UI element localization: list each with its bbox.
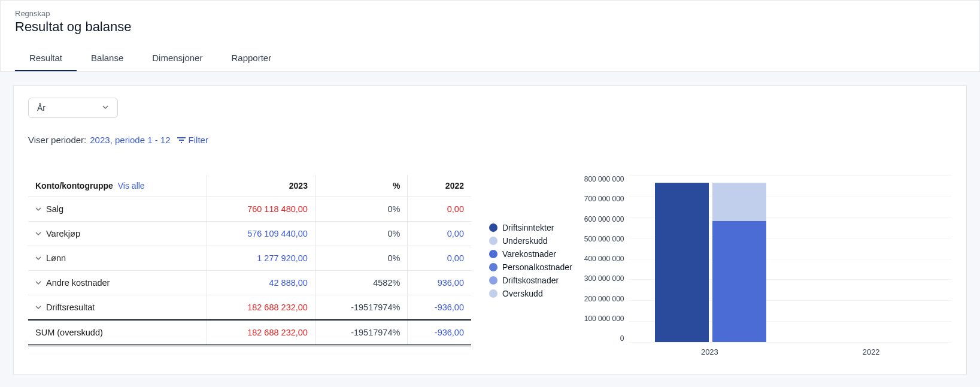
legend-item: Overskudd bbox=[489, 289, 572, 298]
legend-dot-icon bbox=[489, 223, 497, 232]
tab-dimensjoner[interactable]: Dimensjoner bbox=[138, 46, 217, 71]
show-all-link[interactable]: Vis alle bbox=[118, 181, 145, 191]
chart-wrap: DriftsinntekterUnderskuddVarekostnaderPe… bbox=[489, 175, 952, 356]
chart-y-axis: 800 000 000700 000 000600 000 000500 000… bbox=[584, 175, 629, 343]
y-tick-label: 100 000 000 bbox=[584, 315, 624, 323]
y-tick-label: 700 000 000 bbox=[584, 195, 624, 203]
content-card: År Viser perioder: 2023, periode 1 - 12 … bbox=[13, 85, 967, 375]
legend-item: Underskudd bbox=[489, 236, 572, 246]
chart-bar bbox=[655, 183, 709, 342]
row-label: Lønn bbox=[46, 253, 66, 263]
cell-2022: 0,00 bbox=[408, 246, 471, 271]
legend-item: Personalkostnader bbox=[489, 262, 572, 272]
cell-pct: 0% bbox=[315, 222, 407, 246]
table-row[interactable]: Andre kostnader42 888,004582%936,00 bbox=[28, 271, 471, 295]
page-title: Resultat og balanse bbox=[15, 19, 965, 35]
y-tick-label: 300 000 000 bbox=[584, 274, 624, 283]
sum-2023: 182 688 232,00 bbox=[207, 320, 315, 346]
legend-dot-icon bbox=[489, 237, 497, 245]
page-header: Regnskap Resultat og balanse ResultatBal… bbox=[0, 0, 980, 72]
row-label: Varekjøp bbox=[46, 229, 80, 238]
y-tick-label: 600 000 000 bbox=[584, 215, 624, 223]
legend-label: Varekostnader bbox=[502, 249, 556, 259]
cell-pct: 0% bbox=[315, 246, 407, 271]
filter-button[interactable]: Filter bbox=[177, 135, 208, 145]
chevron-down-icon bbox=[35, 229, 41, 238]
table-row[interactable]: Lønn1 277 920,000%0,00 bbox=[28, 246, 471, 271]
legend-dot-icon bbox=[489, 263, 497, 271]
row-label: Salg bbox=[46, 204, 63, 214]
legend-label: Personalkostnader bbox=[502, 262, 572, 272]
sum-2022: -936,00 bbox=[408, 320, 471, 346]
legend-dot-icon bbox=[489, 289, 497, 298]
legend-label: Driftskostnader bbox=[502, 276, 559, 285]
cell-2022: 936,00 bbox=[408, 271, 471, 295]
legend-label: Overskudd bbox=[502, 289, 543, 298]
breadcrumb: Regnskap bbox=[15, 9, 965, 18]
row-label: Andre kostnader bbox=[46, 278, 110, 288]
legend-label: Driftsinntekter bbox=[502, 223, 554, 232]
cell-2023: 182 688 232,00 bbox=[207, 295, 315, 321]
tabs: ResultatBalanseDimensjonerRapporter bbox=[15, 46, 965, 71]
table-row[interactable]: Salg760 118 480,000%0,00 bbox=[28, 197, 471, 222]
cell-pct: 0% bbox=[315, 197, 407, 222]
period-select[interactable]: År bbox=[28, 98, 118, 118]
cell-2023: 576 109 440,00 bbox=[207, 222, 315, 246]
cell-2023: 42 888,00 bbox=[207, 271, 315, 295]
col-header-name-text: Konto/kontogruppe bbox=[35, 181, 113, 191]
cell-2022: 0,00 bbox=[408, 222, 471, 246]
sum-pct: -19517974% bbox=[315, 320, 407, 346]
legend-label: Underskudd bbox=[502, 236, 548, 246]
tab-balanse[interactable]: Balanse bbox=[77, 46, 138, 71]
chevron-down-icon bbox=[35, 278, 41, 288]
table-row[interactable]: Varekjøp576 109 440,000%0,00 bbox=[28, 222, 471, 246]
chevron-down-icon bbox=[102, 103, 109, 113]
cell-2022: -936,00 bbox=[408, 295, 471, 321]
chart-x-axis: 20232022 bbox=[629, 347, 952, 356]
legend-item: Driftskostnader bbox=[489, 276, 572, 285]
bar-segment bbox=[712, 221, 766, 342]
legend-dot-icon bbox=[489, 250, 497, 258]
bar-group bbox=[655, 183, 766, 342]
legend-dot-icon bbox=[489, 276, 497, 285]
bar-segment bbox=[712, 183, 766, 221]
period-select-label: År bbox=[37, 103, 45, 113]
period-prefix: Viser perioder: bbox=[28, 135, 86, 145]
cell-2022: 0,00 bbox=[408, 197, 471, 222]
chart-plot bbox=[629, 175, 952, 343]
chevron-down-icon bbox=[35, 253, 41, 263]
period-value-link[interactable]: 2023, periode 1 - 12 bbox=[90, 135, 170, 145]
cell-2023: 760 118 480,00 bbox=[207, 197, 315, 222]
tab-rapporter[interactable]: Rapporter bbox=[217, 46, 286, 71]
result-table: Konto/kontogruppe Vis alle 2023 % 2022 S… bbox=[28, 175, 471, 346]
y-tick-label: 400 000 000 bbox=[584, 255, 624, 263]
chevron-down-icon bbox=[35, 303, 41, 312]
result-table-wrap: Konto/kontogruppe Vis alle 2023 % 2022 S… bbox=[28, 175, 471, 346]
x-tick-label: 2023 bbox=[629, 347, 790, 356]
y-tick-label: 0 bbox=[584, 334, 624, 343]
legend-item: Driftsinntekter bbox=[489, 223, 572, 232]
table-row[interactable]: Driftsresultat182 688 232,00-19517974%-9… bbox=[28, 295, 471, 321]
filter-label: Filter bbox=[189, 135, 208, 145]
table-sum-row: SUM (overskudd)182 688 232,00-19517974%-… bbox=[28, 320, 471, 346]
y-tick-label: 200 000 000 bbox=[584, 295, 624, 303]
filter-icon bbox=[177, 137, 186, 144]
cell-pct: -19517974% bbox=[315, 295, 407, 321]
col-header-2023: 2023 bbox=[207, 175, 315, 197]
x-tick-label: 2022 bbox=[790, 347, 952, 356]
legend-item: Varekostnader bbox=[489, 249, 572, 259]
y-tick-label: 800 000 000 bbox=[584, 175, 624, 183]
sum-label: SUM (overskudd) bbox=[28, 320, 207, 346]
cell-pct: 4582% bbox=[315, 271, 407, 295]
chart-area: 800 000 000700 000 000600 000 000500 000… bbox=[584, 175, 952, 356]
col-header-2022: 2022 bbox=[408, 175, 471, 197]
chevron-down-icon bbox=[35, 204, 41, 214]
y-tick-label: 500 000 000 bbox=[584, 235, 624, 243]
period-display-row: Viser perioder: 2023, periode 1 - 12 Fil… bbox=[28, 135, 952, 145]
tab-resultat[interactable]: Resultat bbox=[15, 46, 77, 71]
chart-bar bbox=[712, 183, 766, 342]
col-header-pct: % bbox=[315, 175, 407, 197]
col-header-name: Konto/kontogruppe Vis alle bbox=[28, 175, 207, 197]
row-label: Driftsresultat bbox=[46, 303, 95, 312]
cell-2023: 1 277 920,00 bbox=[207, 246, 315, 271]
